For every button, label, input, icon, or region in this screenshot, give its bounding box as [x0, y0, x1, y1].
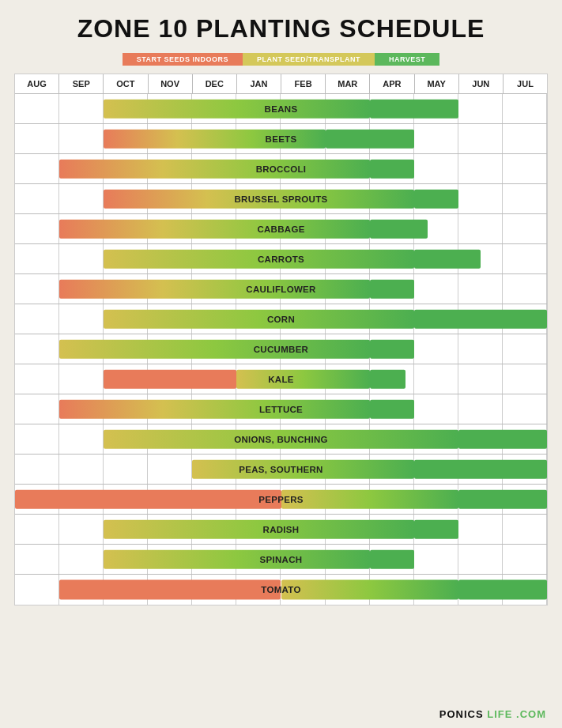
cell — [59, 154, 104, 183]
month-header-aug: AUG — [15, 74, 59, 93]
cell — [192, 485, 236, 514]
cell — [15, 214, 59, 243]
cell — [503, 274, 547, 304]
cell — [148, 214, 192, 243]
cell — [326, 274, 370, 304]
cell — [15, 154, 59, 183]
cell — [281, 274, 325, 304]
cell — [370, 304, 414, 334]
cell — [458, 184, 503, 213]
cell — [15, 575, 59, 605]
cell — [458, 124, 503, 153]
cell — [281, 154, 325, 183]
cell — [458, 575, 503, 605]
cell — [503, 154, 547, 183]
cell — [59, 244, 104, 273]
cell — [236, 304, 281, 334]
cell — [370, 214, 414, 243]
crop-row-tomato: TOMATO — [15, 575, 547, 605]
cell — [414, 545, 458, 574]
cell — [104, 154, 148, 183]
cell — [503, 94, 547, 123]
page-title: Zone 10 Planting Schedule — [14, 14, 548, 43]
cell — [59, 304, 104, 334]
footer-brand: PONICS LIFE .COM — [439, 708, 546, 720]
cell — [192, 304, 236, 334]
crop-row-spinach: SPINACH — [15, 545, 547, 575]
cell — [15, 94, 59, 123]
cell — [59, 575, 104, 605]
cell — [104, 394, 148, 424]
cell — [370, 394, 414, 424]
cell — [148, 274, 192, 304]
cell — [236, 575, 281, 605]
month-header-jan: JAN — [237, 74, 281, 93]
cell — [281, 94, 325, 123]
cell — [148, 244, 192, 273]
cell — [326, 304, 370, 334]
cell — [458, 455, 503, 484]
cell — [458, 515, 503, 544]
cell — [15, 515, 59, 544]
cell — [148, 485, 192, 514]
month-header-dec: DEC — [193, 74, 237, 93]
cell — [148, 334, 192, 364]
cell — [370, 455, 414, 484]
cell — [192, 515, 236, 544]
cell — [148, 515, 192, 544]
month-header-may: MAY — [415, 74, 459, 93]
cell — [503, 455, 547, 484]
cell — [148, 304, 192, 334]
cell — [281, 334, 325, 364]
cell — [104, 244, 148, 273]
legend-plant-label: Plant Seed/Transplant — [257, 55, 360, 63]
cell — [104, 515, 148, 544]
cell — [59, 545, 104, 574]
cell — [148, 124, 192, 153]
cell — [236, 485, 281, 514]
cell — [148, 364, 192, 394]
cell — [458, 244, 503, 273]
cell — [281, 545, 325, 574]
crop-row-cucumber: CUCUMBER — [15, 334, 547, 364]
cell — [236, 545, 281, 574]
cell — [192, 424, 236, 454]
cell — [458, 94, 503, 123]
data-rows: BEANSBEETSBROCCOLIBRUSSEL SPROUTSCABBAGE… — [15, 94, 547, 605]
cell — [326, 575, 370, 605]
cell — [192, 455, 236, 484]
cell — [414, 424, 458, 454]
cell — [148, 545, 192, 574]
month-header-apr: APR — [370, 74, 414, 93]
crop-row-radish: RADISH — [15, 515, 547, 545]
cell — [59, 94, 104, 123]
cell — [281, 304, 325, 334]
cell — [326, 394, 370, 424]
cell — [59, 124, 104, 153]
cell — [236, 244, 281, 273]
cell — [104, 545, 148, 574]
cell — [236, 364, 281, 394]
crop-row-broccoli: BROCCOLI — [15, 154, 547, 184]
cell — [192, 545, 236, 574]
cell — [414, 334, 458, 364]
cell — [236, 154, 281, 183]
schedule-grid: AUGSEPOCTNOVDECJANFEBMARAPRMAYJUNJUL BEA… — [14, 74, 548, 605]
cell — [458, 485, 503, 514]
cell — [148, 575, 192, 605]
cell — [15, 244, 59, 273]
cell — [503, 244, 547, 273]
cell — [503, 485, 547, 514]
cell — [281, 364, 325, 394]
cell — [370, 364, 414, 394]
cell — [236, 214, 281, 243]
cell — [326, 364, 370, 394]
month-header-jul: JUL — [504, 74, 547, 93]
cell — [104, 274, 148, 304]
cell — [370, 575, 414, 605]
cell — [15, 304, 59, 334]
cell — [326, 485, 370, 514]
cell — [503, 334, 547, 364]
cell — [458, 545, 503, 574]
cell — [458, 154, 503, 183]
